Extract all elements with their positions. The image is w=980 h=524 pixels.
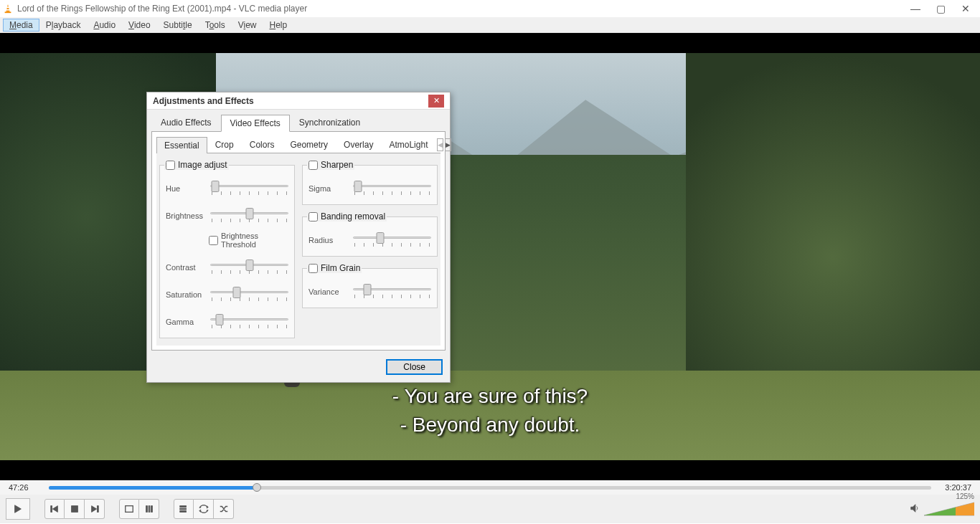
svg-rect-7: [71, 506, 77, 513]
slider-contrast[interactable]: [210, 259, 288, 276]
dialog-close-button[interactable]: ✕: [428, 95, 444, 108]
menu-playback[interactable]: Playback: [39, 19, 88, 32]
menu-audio[interactable]: Audio: [87, 19, 122, 32]
label-sigma: Sigma: [308, 184, 349, 193]
svg-marker-17: [911, 505, 915, 513]
slider-hue[interactable]: [210, 180, 288, 197]
label-contrast: Contrast: [166, 263, 206, 272]
minimize-button[interactable]: —: [910, 3, 920, 14]
checkbox-film-grain[interactable]: Film Grain: [307, 263, 362, 273]
play-button[interactable]: [6, 498, 30, 520]
label-saturation: Saturation: [166, 290, 206, 299]
vlc-cone-icon: [3, 4, 13, 14]
svg-rect-1: [5, 11, 11, 13]
group-sharpen: Sharpen Sigma: [302, 165, 438, 205]
svg-marker-4: [15, 505, 22, 513]
svg-rect-2: [6, 6, 9, 8]
checkbox-sharpen[interactable]: Sharpen: [307, 160, 354, 170]
loop-button[interactable]: [194, 499, 214, 519]
slider-brightness[interactable]: [210, 207, 288, 224]
label-gamma: Gamma: [166, 318, 206, 326]
group-banding-removal: Banding removal Radius: [302, 216, 438, 257]
subtab-geometry[interactable]: Geometry: [282, 136, 336, 153]
group-image-adjust: Image adjust Hue Brightness Brightness T…: [159, 165, 295, 338]
tab-audio-effects[interactable]: Audio Effects: [151, 114, 221, 131]
svg-rect-9: [97, 506, 98, 513]
time-total[interactable]: 3:20:37: [938, 483, 971, 492]
volume-slider[interactable]: 125%: [924, 501, 974, 517]
svg-marker-8: [91, 506, 96, 513]
svg-marker-20: [956, 502, 974, 515]
menu-help[interactable]: Help: [263, 19, 293, 32]
svg-rect-16: [180, 511, 187, 513]
dialog-title: Adjustments and Effects: [153, 96, 428, 106]
label-hue: Hue: [166, 184, 206, 193]
subtab-essential[interactable]: Essential: [156, 137, 207, 153]
titlebar: Lord of the Rings Fellowship of the Ring…: [0, 0, 980, 17]
previous-button[interactable]: [44, 499, 65, 519]
next-button[interactable]: [85, 499, 105, 519]
adjustments-effects-dialog: Adjustments and Effects ✕ Audio Effects …: [146, 92, 451, 383]
label-brightness: Brightness: [166, 211, 206, 220]
menubar: Media Playback Audio Video Subtitle Tool…: [0, 17, 980, 33]
group-film-grain: Film Grain Variance: [302, 268, 438, 308]
svg-marker-6: [52, 506, 57, 513]
menu-tools[interactable]: Tools: [199, 19, 232, 32]
menu-video[interactable]: Video: [122, 19, 156, 32]
time-elapsed[interactable]: 47:26: [9, 483, 42, 492]
slider-radius[interactable]: [353, 232, 431, 249]
close-window-button[interactable]: ✕: [961, 3, 970, 14]
menu-view[interactable]: View: [232, 19, 263, 32]
tab-video-effects[interactable]: Video Effects: [221, 115, 290, 132]
svg-rect-15: [180, 508, 187, 510]
dialog-close-footer-button[interactable]: Close: [386, 359, 443, 375]
subtab-scroll-right[interactable]: ▶: [445, 138, 451, 151]
checkbox-image-adjust[interactable]: Image adjust: [164, 160, 229, 170]
stop-button[interactable]: [65, 499, 85, 519]
maximize-button[interactable]: ▢: [936, 3, 946, 14]
menu-media[interactable]: Media: [3, 19, 39, 32]
slider-variance[interactable]: [353, 283, 431, 300]
svg-rect-5: [51, 506, 52, 513]
seek-row: 47:26 3:20:37: [0, 480, 980, 495]
subtab-overlay[interactable]: Overlay: [336, 136, 381, 153]
slider-gamma[interactable]: [210, 313, 288, 330]
svg-rect-12: [149, 506, 150, 513]
extended-settings-button[interactable]: [139, 499, 159, 519]
subtab-atmolight[interactable]: AtmoLight: [381, 136, 435, 153]
tab-synchronization[interactable]: Synchronization: [290, 114, 369, 131]
seek-bar[interactable]: [49, 484, 931, 491]
label-variance: Variance: [308, 287, 349, 296]
fullscreen-button[interactable]: [119, 499, 139, 519]
svg-rect-10: [126, 506, 133, 513]
playlist-button[interactable]: [174, 499, 194, 519]
checkbox-brightness-threshold[interactable]: Brightness Threshold: [209, 232, 288, 249]
svg-rect-11: [146, 506, 147, 513]
svg-rect-3: [6, 9, 9, 11]
video-area[interactable]: - You are sure of this? - Beyond any dou…: [0, 33, 980, 480]
checkbox-banding-removal[interactable]: Banding removal: [307, 211, 387, 221]
speaker-icon[interactable]: [910, 503, 920, 515]
svg-rect-14: [180, 506, 187, 508]
subtitle-line-2: - Beyond any doubt.: [0, 411, 980, 439]
slider-sigma[interactable]: [353, 180, 431, 197]
letterbox-bottom: [0, 460, 980, 480]
svg-rect-13: [151, 506, 152, 513]
subtab-crop[interactable]: Crop: [207, 136, 242, 153]
letterbox-top: [0, 33, 980, 53]
shuffle-button[interactable]: [214, 499, 234, 519]
subtitle-line-1: - You are sure of this?: [0, 383, 980, 410]
menu-subtitle[interactable]: Subtitle: [157, 19, 199, 32]
label-radius: Radius: [308, 236, 349, 244]
subtab-colors[interactable]: Colors: [242, 136, 283, 153]
volume-percent: 125%: [956, 492, 974, 500]
control-bar: 125%: [0, 495, 980, 523]
subtab-scroll-left[interactable]: ◀: [437, 138, 443, 151]
slider-saturation[interactable]: [210, 286, 288, 303]
window-title: Lord of the Rings Fellowship of the Ring…: [17, 4, 910, 14]
